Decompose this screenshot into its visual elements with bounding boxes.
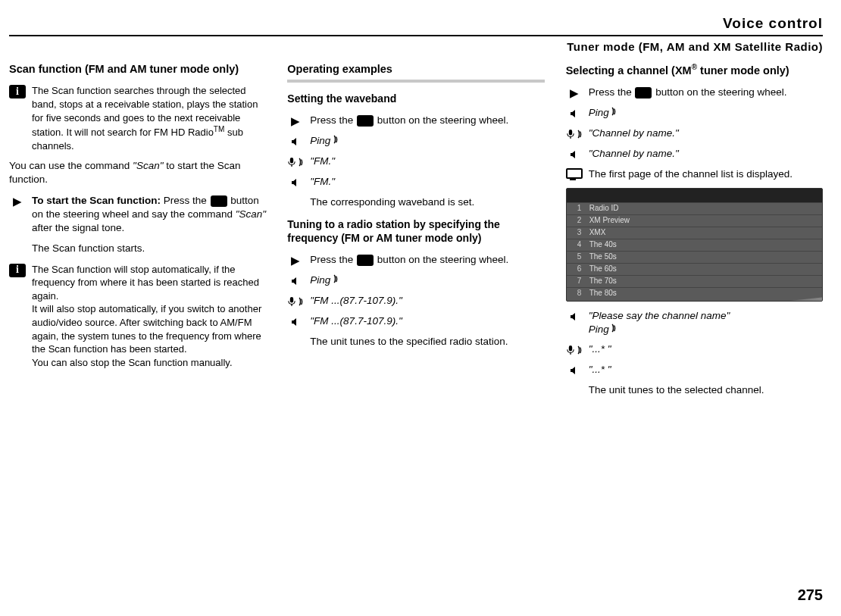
list-item: 5The 50s <box>567 251 822 263</box>
info-icon: i <box>9 264 26 277</box>
speak-icon <box>287 155 304 169</box>
display-text: The first page of the channel list is di… <box>589 167 823 181</box>
body-text: You can use the command "Scan" to start … <box>9 159 266 186</box>
speaker-icon <box>287 176 304 189</box>
speaker-icon <box>566 310 583 324</box>
speak-icon <box>287 295 304 308</box>
info-note: The Scan function will stop automaticall… <box>32 263 266 369</box>
voice-button-icon <box>357 255 374 266</box>
result-text: The Scan function starts. <box>32 242 266 255</box>
column-3: Selecting a channel (XM® tuner mode only… <box>566 62 823 405</box>
system-speech: "Please say the channel name" Ping <box>589 309 823 336</box>
step-icon: ▶ <box>9 195 26 208</box>
speak-icon <box>566 127 583 141</box>
list-item: 3XMX <box>567 227 822 239</box>
subsection-heading: Tuning to a radio station by specifying … <box>287 217 544 246</box>
page-title: Voice control <box>9 14 823 33</box>
list-item: 2XM Preview <box>567 214 822 227</box>
section-heading: Operating examples <box>287 62 544 83</box>
audio-cue: Ping <box>310 274 544 287</box>
channel-list-screenshot: 1Radio ID2XM Preview3XMX4The 40s5The 50s… <box>566 188 823 302</box>
speaker-icon <box>287 135 304 149</box>
voice-button-icon <box>635 87 652 98</box>
list-item: 8The 80s <box>567 287 822 299</box>
audio-cue: Ping <box>589 106 823 120</box>
user-speech: "Channel by name." <box>589 127 823 140</box>
step-icon: ▶ <box>287 254 304 267</box>
system-speech: "Channel by name." <box>589 147 823 161</box>
user-speech: "FM ...(87.7-107.9)." <box>310 294 544 308</box>
speaker-icon <box>566 364 583 377</box>
list-item: 1Radio ID <box>567 202 822 214</box>
step-text: Press the button on the steering wheel. <box>310 114 544 127</box>
speaker-icon <box>566 107 583 120</box>
section-heading: Selecting a channel (XM® tuner mode only… <box>566 62 823 78</box>
list-item: 4The 40s <box>567 239 822 251</box>
list-item: 6The 60s <box>567 263 822 275</box>
list-item: 7The 70s <box>567 275 822 287</box>
column-1: Scan function (FM and AM tuner mode only… <box>9 62 266 405</box>
result-text: The unit tunes to the selected channel. <box>589 383 823 397</box>
speaker-icon <box>287 315 304 329</box>
section-heading: Scan function (FM and AM tuner mode only… <box>9 62 266 77</box>
speaker-icon <box>566 148 583 161</box>
system-speech: "FM ...(87.7-107.9)." <box>310 314 544 328</box>
step-text: To start the Scan function: Press the bu… <box>32 194 266 236</box>
speak-icon <box>566 343 583 357</box>
voice-button-icon <box>357 115 374 127</box>
info-note: The Scan function searches through the s… <box>32 84 266 152</box>
step-icon: ▶ <box>566 86 583 100</box>
display-icon <box>566 168 583 179</box>
page-subtitle: Tuner mode (FM, AM and XM Satellite Radi… <box>9 39 823 55</box>
result-text: The corresponding waveband is set. <box>310 195 544 209</box>
column-2: Operating examples Setting the waveband … <box>287 62 544 405</box>
system-speech: "FM." <box>310 175 544 189</box>
result-text: The unit tunes to the specified radio st… <box>310 335 544 349</box>
user-speech: "...* " <box>589 342 823 356</box>
divider <box>9 35 823 36</box>
audio-cue: Ping <box>310 134 544 148</box>
step-text: Press the button on the steering wheel. <box>310 253 544 267</box>
speaker-icon <box>287 274 304 288</box>
system-speech: "...* " <box>589 363 823 377</box>
info-icon: i <box>9 85 26 98</box>
step-icon: ▶ <box>287 114 304 128</box>
subsection-heading: Setting the waveband <box>287 92 544 106</box>
step-text: Press the button on the steering wheel. <box>589 86 823 99</box>
page-number: 275 <box>798 585 823 605</box>
user-speech: "FM." <box>310 155 544 168</box>
voice-button-icon <box>211 195 227 207</box>
